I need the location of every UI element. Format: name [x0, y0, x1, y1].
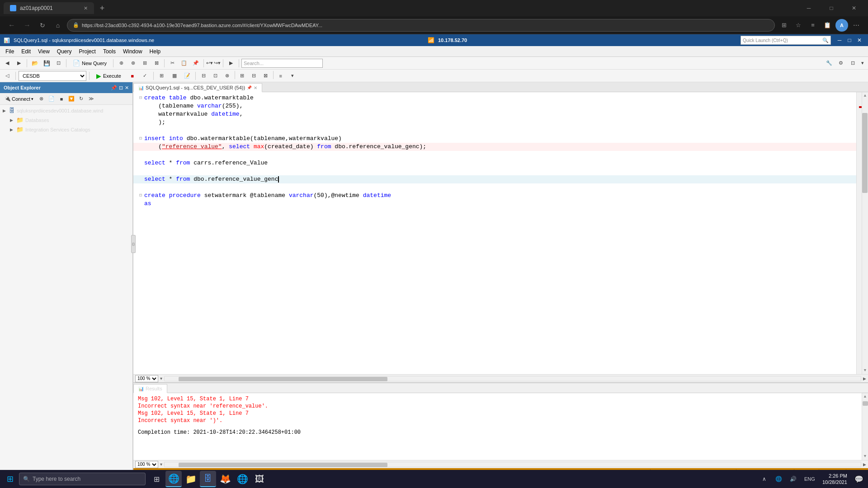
back-button[interactable]: ←: [5, 19, 18, 32]
oe-disconnect-btn[interactable]: ⊗: [37, 95, 46, 103]
toolbar2-comment-btn[interactable]: ⊠: [260, 71, 271, 81]
toolbar-btn5[interactable]: ⊞: [139, 58, 150, 68]
taskbar-app-chrome[interactable]: 🌐: [234, 471, 250, 487]
taskbar-app-photos[interactable]: 🖼: [251, 471, 268, 487]
results-h-right-btn[interactable]: ▶: [863, 462, 866, 467]
vertical-scrollbar[interactable]: ▲ ▼: [862, 92, 868, 374]
tab-close-icon[interactable]: ✕: [84, 5, 88, 11]
tray-volume-icon[interactable]: 🔊: [787, 473, 800, 485]
scrollbar-thumb[interactable]: [862, 113, 868, 193]
ssms-maximize-button[interactable]: □: [844, 35, 854, 45]
menu-file[interactable]: File: [2, 47, 18, 56]
toolbar-btn3[interactable]: ⊕: [116, 58, 127, 68]
oe-filter-btn[interactable]: 🔽: [67, 95, 76, 103]
taskbar-task-view[interactable]: ⊞: [148, 471, 165, 487]
tray-network-icon[interactable]: 🌐: [773, 473, 785, 485]
address-bar[interactable]: 🔒 https://bst-23acd030-c392-4934-a100-19…: [67, 19, 775, 32]
toolbar-debug-btn[interactable]: 🔧: [824, 58, 835, 68]
toolbar2-extra-btn1[interactable]: ≡: [275, 71, 286, 81]
toolbar-settings-btn[interactable]: ⚙: [835, 58, 846, 68]
toolbar-cut-btn[interactable]: ✂: [167, 58, 178, 68]
toolbar2-outdent-btn[interactable]: ⊟: [249, 71, 259, 81]
collapse-6[interactable]: ⊟: [137, 135, 144, 143]
oe-connect-btn[interactable]: 🔌 Connect ▾: [2, 95, 36, 103]
taskbar-app-ssms[interactable]: 🗄: [200, 471, 216, 487]
oe-undock-button[interactable]: ⊡: [119, 85, 123, 91]
toolbar-back-btn[interactable]: ◀: [2, 58, 13, 68]
toolbar2-indent-btn[interactable]: ⊞: [237, 71, 248, 81]
results-tab-active[interactable]: 📊 Results: [133, 384, 167, 393]
scrollbar-track[interactable]: [862, 99, 868, 367]
forward-button[interactable]: →: [21, 19, 33, 32]
zoom-select[interactable]: 100 %: [135, 375, 158, 382]
toolbar2-text-btn[interactable]: 📝: [182, 71, 193, 81]
browser-tab[interactable]: az01app0001 ✕: [4, 2, 94, 14]
toolbar-undo-btn[interactable]: ↩▾: [206, 58, 213, 68]
horizontal-scroll[interactable]: [164, 376, 861, 381]
query-tab-active[interactable]: 📊 SQLQuery1.sql - sq...CES_DEV_USER (54)…: [133, 83, 262, 92]
menu-tools[interactable]: Tools: [99, 47, 119, 56]
oe-more-btn[interactable]: ≫: [87, 95, 96, 103]
menu-query[interactable]: Query: [53, 47, 75, 56]
toolbar2-btn2[interactable]: ⊡: [210, 71, 221, 81]
toolbar-paste-btn[interactable]: 📌: [190, 58, 201, 68]
toolbar-btn4[interactable]: ⊗: [127, 58, 138, 68]
collapse-13[interactable]: ⊟: [137, 192, 144, 200]
menu-project[interactable]: Project: [75, 47, 99, 56]
h-scroll-right-btn[interactable]: ▶: [863, 376, 866, 381]
collections-button[interactable]: 📋: [821, 19, 834, 32]
oe-close-button[interactable]: ✕: [125, 85, 129, 91]
start-button[interactable]: ⊞: [2, 471, 18, 487]
menu-help[interactable]: Help: [146, 47, 165, 56]
taskbar-clock[interactable]: 2:26 PM 10/28/2021: [820, 473, 850, 486]
toolbar-btn6[interactable]: ⊠: [151, 58, 162, 68]
toolbar-overflow-btn[interactable]: ▾: [859, 58, 866, 68]
quick-launch-bar[interactable]: Quick Launch (Ctrl+Q) 🔍: [741, 36, 831, 45]
oe-refresh-btn[interactable]: ↻: [77, 95, 86, 103]
scrollbar-thumb-up[interactable]: ▲: [862, 92, 868, 99]
results-v-scrollbar[interactable]: ▲ ▼: [862, 393, 868, 460]
oe-stop-btn[interactable]: ■: [57, 95, 66, 103]
scrollbar-thumb-down[interactable]: ▼: [862, 367, 868, 374]
toolbar-forward-btn[interactable]: ▶: [14, 58, 24, 68]
reading-view-button[interactable]: ≡: [807, 19, 819, 32]
toolbar2-extra-btn2[interactable]: ▾: [287, 71, 298, 81]
toolbar2-btn1[interactable]: ⊟: [198, 71, 209, 81]
new-query-button[interactable]: 📄 New Query: [69, 58, 111, 68]
menu-window[interactable]: Window: [119, 47, 146, 56]
search-toolbar-input[interactable]: Search...: [241, 59, 323, 68]
bookmark-button[interactable]: ☆: [792, 19, 805, 32]
oe-new-query-btn[interactable]: 📄: [47, 95, 56, 103]
menu-edit[interactable]: Edit: [18, 47, 34, 56]
toolbar2-check-btn[interactable]: ✓: [140, 71, 151, 81]
profile-button[interactable]: A: [835, 19, 848, 32]
taskbar-app-edge[interactable]: 🦊: [217, 471, 233, 487]
toolbar-run-btn[interactable]: ▶: [226, 58, 236, 68]
toolbar-save-all-btn[interactable]: ⊡: [53, 58, 64, 68]
tray-lang[interactable]: ENG: [802, 473, 818, 485]
oe-expand-btn[interactable]: ⟨⟩: [131, 235, 133, 253]
browser-minimize-button[interactable]: ─: [798, 0, 819, 16]
execute-button[interactable]: ▶ Execute: [92, 71, 125, 81]
toolbar2-btn3[interactable]: ⊗: [222, 71, 233, 81]
toolbar2-grid-btn[interactable]: ⊞: [156, 71, 167, 81]
browser-close-button[interactable]: ✕: [844, 0, 864, 16]
tray-up-arrow[interactable]: ∧: [758, 473, 771, 485]
tabs-view-button[interactable]: ⊞: [778, 19, 790, 32]
toolbar-copy-btn[interactable]: 📋: [179, 58, 189, 68]
oe-server-item[interactable]: ▶ 🗄 sqluksnprdiicesdev0001.database.wind: [1, 106, 132, 115]
database-selector[interactable]: CESDB: [19, 71, 86, 81]
ssms-minimize-button[interactable]: ─: [835, 35, 844, 45]
toolbar-more-btn[interactable]: ⊡: [847, 58, 858, 68]
results-h-scroll[interactable]: [164, 462, 861, 467]
more-options-button[interactable]: ⋯: [850, 19, 863, 32]
collapse-1[interactable]: ⊟: [137, 94, 144, 102]
ssms-close-button[interactable]: ✕: [854, 35, 864, 45]
results-h-thumb[interactable]: [179, 463, 387, 467]
results-zoom-select[interactable]: 100 %: [135, 461, 158, 468]
taskbar-app-ie[interactable]: 🌐: [165, 471, 182, 487]
toolbar-save-btn[interactable]: 💾: [41, 58, 52, 68]
taskbar-notification-btn[interactable]: 💬: [852, 472, 866, 486]
toolbar-redo-btn[interactable]: ↪▾: [214, 58, 221, 68]
home-button[interactable]: ⌂: [52, 19, 64, 32]
